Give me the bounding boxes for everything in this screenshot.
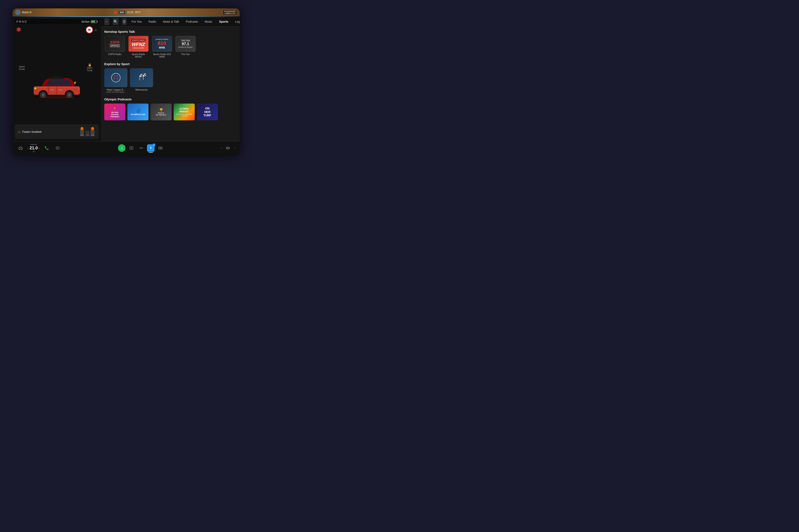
temp-number: 21.0 [30,146,38,150]
fan-label: The Fan [181,53,190,55]
svg-point-16 [38,96,76,98]
back-button[interactable]: ← [104,18,109,25]
open-frunk-label[interactable]: Open Frunk [19,65,25,70]
podcast-3-text: 🏆 Road tothe Olympics [155,107,168,117]
nav-login[interactable]: Login [233,19,240,24]
svg-rect-19 [80,134,84,136]
podcast-card-5[interactable]: ONHERTURF [197,103,218,120]
svg-rect-38 [145,74,146,75]
lanes-icon [158,146,163,150]
podcast-card-2[interactable]: 🔵 OLYMPICS.COM [127,103,148,120]
whb-card[interactable]: SPORTS RADIO 810 WHB Sports Radio 810WHB [151,36,172,58]
svg-rect-51 [162,147,162,150]
nav-bar: ← 🔍 ☰ For You Radio News & Talk Podcasts… [101,17,240,26]
baseball-name: Major League B... [107,89,125,91]
wfnz-label: Sports RadioWFNZ [132,53,145,58]
fan-freq: 97.1 [182,42,189,46]
nav-music[interactable]: Music [203,19,214,24]
nav-for-you[interactable]: For You [130,19,143,24]
phone-button[interactable] [43,144,51,152]
motorsports-explore-item[interactable]: Motorsports [130,68,153,93]
temperature-control: ‹ Manual 21.0 ⚙ › [28,144,39,153]
battery-fill [91,21,95,22]
wfnz-card-image: SPORTS RADIO WFNZ 610AM 102.5FM [128,36,148,52]
svg-rect-32 [140,75,141,76]
content-area: Nonstop Sports Talk ESPN ((RADIO)) ESPN … [101,26,240,141]
taskbar-center: ♫ ••• T 1 [118,144,164,152]
avatar: 👤 [15,10,21,15]
navigation-wrapper: T 1 [147,144,155,152]
climate-button[interactable] [54,144,61,152]
podcast-card-3[interactable]: 🏆 Road tothe Olympics [150,103,171,120]
right-panel: ← 🔍 ☰ For You Radio News & Talk Podcasts… [101,17,240,141]
explore-sports-row: Major League B... Listen to MLB base... [104,68,236,93]
taskbar: ‹ Manual 21.0 ⚙ › [13,141,240,155]
taskbar-right: ‹ › [221,144,236,152]
podcast-row: 🏃 My NewFavoriteOlympian 🔵 OLYMPICS.COM … [104,103,236,120]
svg-rect-37 [144,74,145,75]
status-left: 👤 Martin R. [15,10,32,15]
car-nav-button[interactable] [17,144,24,152]
temp-display: Manual 21.0 ⚙ [30,144,38,153]
spotify-button[interactable]: ♫ [118,144,126,152]
seatbelt-left: ⚠ Fasten Seatbelt [18,130,41,134]
svg-rect-22 [91,134,94,136]
lanes-button[interactable] [157,144,164,152]
temp-unit: ⚙ [33,150,35,153]
more-button[interactable]: ••• [137,144,145,152]
racing-flags-icon [136,73,147,83]
podcast-4-text: OLYMPICMINDSET Lessons in Leadershipand … [175,106,194,118]
seatbelt-text: Fasten Seatbelt [22,130,41,133]
camera-icon [129,146,134,150]
svg-rect-41 [145,75,146,76]
lock-icon: 🔒 [88,63,91,66]
volume-icon [226,146,231,150]
temp-decrease-button[interactable]: ‹ [28,146,29,150]
svg-point-21 [91,127,94,130]
whb-call: WHB [159,46,165,49]
prnd-bar: PRND 337km [15,19,99,24]
svg-rect-39 [143,75,144,76]
svg-rect-17 [80,130,84,135]
open-trunk-label[interactable]: 🔒 Open Trunk [87,63,92,72]
baseball-sublabel: Listen to MLB base... [106,91,126,93]
temp-increase-button[interactable]: › [39,146,40,150]
sos-badge[interactable]: SOS [119,11,125,14]
whb-number: 810 [158,40,166,46]
fan-card[interactable]: THE FAN 97.1 SPORTS RADIO The Fan [175,36,196,58]
svg-marker-52 [226,147,228,150]
volume-button[interactable] [224,144,232,152]
nav-podcasts[interactable]: Podcasts [184,19,200,24]
nav-badge: 1 [152,144,156,146]
camera-button[interactable] [128,144,135,152]
svg-rect-40 [144,75,145,76]
baseball-explore-item[interactable]: Major League B... Listen to MLB base... [104,68,127,93]
svg-point-25 [111,73,120,82]
svg-rect-24 [86,134,89,136]
svg-point-44 [21,149,22,150]
prev-chevron[interactable]: ‹ [221,146,222,150]
car-button-icon [18,146,23,151]
tesla-logo: 奉 [16,27,21,33]
car-illustration: ⚡ [27,68,86,99]
svg-rect-33 [141,75,142,76]
nav-sports[interactable]: Sports [217,19,230,24]
svg-rect-29 [140,75,141,75]
motorsports-card [130,68,153,87]
search-button[interactable]: 🔍 [113,18,119,25]
record-icon [114,11,117,14]
svg-point-8 [68,93,71,96]
nav-arrow: ▲ [95,28,97,31]
nav-news-talk[interactable]: News & Talk [161,19,181,24]
next-chevron[interactable]: › [234,146,236,150]
svg-rect-34 [142,75,142,76]
nav-radio[interactable]: Radio [147,19,158,24]
podcast-card-4[interactable]: OLYMPICMINDSET Lessons in Leadershipand … [174,103,195,120]
warning-icon: ⚠ [18,130,21,134]
menu-button[interactable]: ☰ [122,18,127,25]
podcast-card-1[interactable]: 🏃 My NewFavoriteOlympian [104,103,125,120]
svg-rect-45 [56,147,59,149]
wfnz-card[interactable]: SPORTS RADIO WFNZ 610AM 102.5FM Sports R… [128,36,149,58]
range-display: 337km [81,20,97,23]
espn-radio-card[interactable]: ESPN ((RADIO)) ESPN Radio [104,36,125,58]
